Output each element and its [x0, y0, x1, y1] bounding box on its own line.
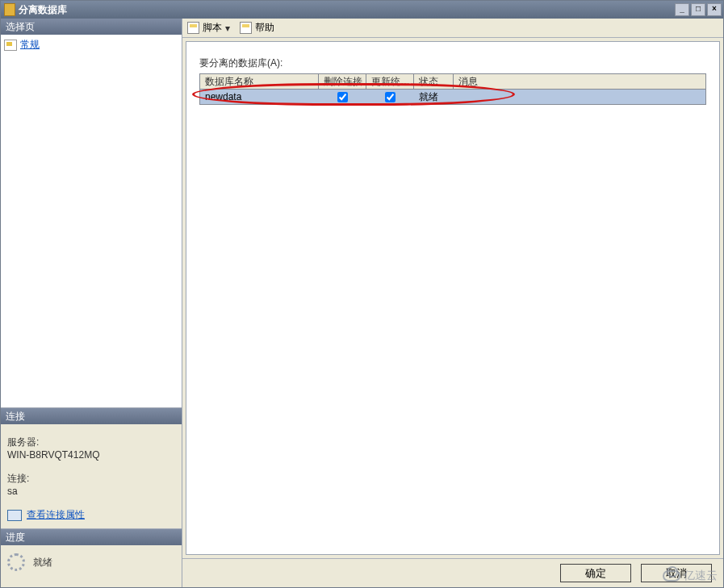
server-label: 服务器: [7, 436, 175, 449]
maximize-button[interactable]: □ [691, 3, 705, 16]
cell-state: 就绪 [414, 90, 454, 105]
window-title: 分离数据库 [19, 3, 673, 17]
footer: 确定 取消 [182, 558, 723, 587]
view-connection-properties-label: 查看连接属性 [27, 508, 85, 522]
connection-label: 连接: [7, 472, 175, 486]
progress-header: 进度 [1, 529, 182, 545]
help-label: 帮助 [255, 21, 274, 35]
toolbar: 脚本 ▾ 帮助 [182, 19, 723, 38]
chevron-down-icon[interactable]: ▾ [224, 23, 232, 34]
monitor-icon [7, 510, 22, 521]
progress-panel: 进度 就绪 [1, 528, 182, 587]
close-button[interactable]: × [707, 3, 722, 16]
col-state[interactable]: 状态 [414, 74, 454, 89]
server-value: WIN-B8RVQT412MQ [7, 449, 175, 461]
cell-update [366, 91, 414, 103]
body-split: 选择页 常规 连接 服务器: WIN-B8RVQT412MQ 连接: sa 查看… [1, 19, 723, 587]
col-name[interactable]: 数据库名称 [200, 74, 319, 89]
col-drop[interactable]: 删除连接 [319, 74, 366, 89]
main-area: 要分离的数据库(A): 数据库名称 删除连接 更新统… 状态 消息 newdat… [186, 41, 720, 555]
col-msg[interactable]: 消息 [454, 74, 705, 89]
table-row[interactable]: newdata 就绪 [200, 90, 705, 104]
page-general-label: 常规 [20, 38, 40, 52]
right-panel: 脚本 ▾ 帮助 要分离的数据库(A): 数据库名称 删除连接 更新统… 状态 [182, 19, 723, 587]
dialog-window: 分离数据库 _ □ × 选择页 常规 连接 服务器: WIN-B8RVQT412… [0, 0, 724, 588]
cell-name: newdata [200, 90, 319, 103]
ok-button[interactable]: 确定 [560, 564, 631, 582]
app-icon [4, 3, 15, 16]
prompt-label: 要分离的数据库(A): [199, 56, 706, 70]
cell-drop [319, 91, 366, 103]
titlebar[interactable]: 分离数据库 _ □ × [1, 1, 723, 19]
script-label: 脚本 [203, 21, 222, 35]
connection-value: sa [7, 486, 175, 497]
minimize-button[interactable]: _ [675, 3, 689, 16]
script-icon [187, 22, 199, 34]
cell-msg [454, 96, 705, 98]
page-general[interactable]: 常规 [2, 36, 180, 53]
update-stats-checkbox[interactable] [385, 92, 395, 102]
connection-header: 连接 [1, 408, 182, 424]
script-button[interactable]: 脚本 ▾ [187, 21, 232, 35]
page-list: 常规 [1, 35, 182, 407]
grid-header: 数据库名称 删除连接 更新统… 状态 消息 [200, 74, 705, 90]
view-connection-properties-link[interactable]: 查看连接属性 [7, 508, 175, 522]
database-grid: 数据库名称 删除连接 更新统… 状态 消息 newdata [199, 73, 706, 105]
col-update[interactable]: 更新统… [366, 74, 414, 89]
spinner-icon [7, 553, 25, 571]
page-icon [4, 40, 17, 51]
left-panel: 选择页 常规 连接 服务器: WIN-B8RVQT412MQ 连接: sa 查看… [1, 19, 182, 587]
help-button[interactable]: 帮助 [240, 21, 274, 35]
help-icon [240, 22, 252, 34]
cancel-button[interactable]: 取消 [641, 564, 712, 582]
connection-panel: 连接 服务器: WIN-B8RVQT412MQ 连接: sa 查看连接属性 [1, 407, 182, 528]
select-page-header: 选择页 [1, 19, 182, 35]
drop-connections-checkbox[interactable] [337, 92, 348, 102]
progress-state: 就绪 [33, 556, 52, 569]
